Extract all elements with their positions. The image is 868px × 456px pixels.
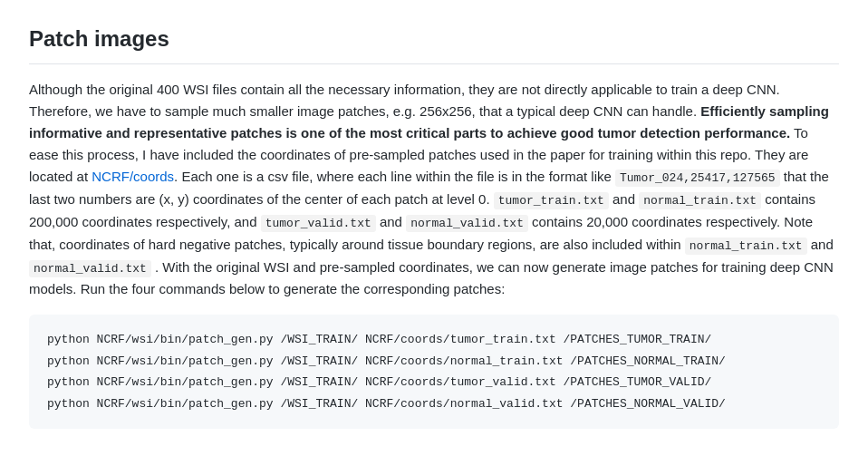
- code-line-3: python NCRF/wsi/bin/patch_gen.py /WSI_TR…: [47, 372, 821, 393]
- code-line-2: python NCRF/wsi/bin/patch_gen.py /WSI_TR…: [47, 351, 821, 372]
- tumor-train-code: tumor_train.txt: [494, 192, 609, 209]
- normal-valid-code: normal_valid.txt: [406, 215, 528, 232]
- code-line-1: python NCRF/wsi/bin/patch_gen.py /WSI_TR…: [47, 329, 821, 350]
- tumor-valid-code: tumor_valid.txt: [261, 215, 376, 232]
- bold-text: Efficiently sampling informative and rep…: [29, 103, 829, 141]
- normal-train-code-2: normal_train.txt: [685, 238, 807, 255]
- format-code: Tumor_024,25417,127565: [615, 170, 780, 187]
- main-paragraph: Although the original 400 WSI files cont…: [29, 79, 839, 300]
- code-block: python NCRF/wsi/bin/patch_gen.py /WSI_TR…: [29, 315, 839, 429]
- page-title: Patch images: [29, 22, 839, 64]
- code-line-4: python NCRF/wsi/bin/patch_gen.py /WSI_TR…: [47, 393, 821, 414]
- ncrf-coords-link[interactable]: NCRF/coords: [92, 169, 174, 184]
- normal-valid-code-2: normal_valid.txt: [29, 260, 151, 277]
- normal-train-code: normal_train.txt: [639, 192, 761, 209]
